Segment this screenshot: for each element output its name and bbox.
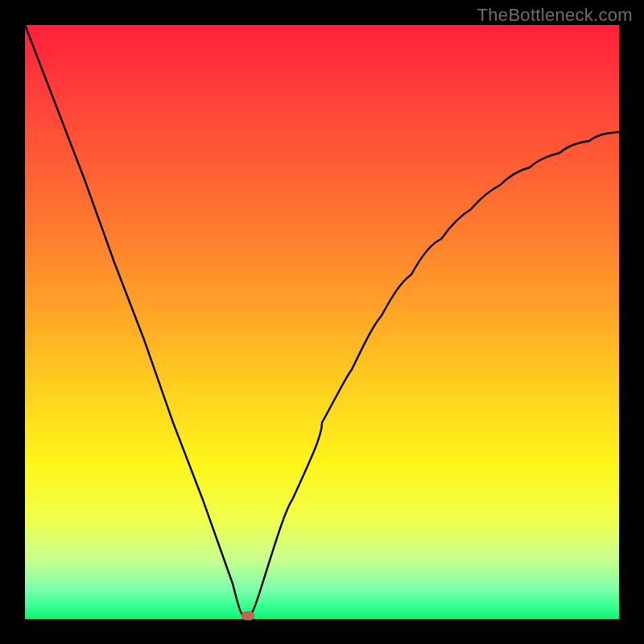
bottleneck-curve	[25, 25, 619, 619]
watermark-text: TheBottleneck.com	[477, 5, 633, 26]
plot-area	[25, 25, 619, 619]
chart-frame: TheBottleneck.com	[0, 0, 644, 644]
curve-path	[25, 25, 619, 617]
min-point-marker	[242, 612, 254, 621]
